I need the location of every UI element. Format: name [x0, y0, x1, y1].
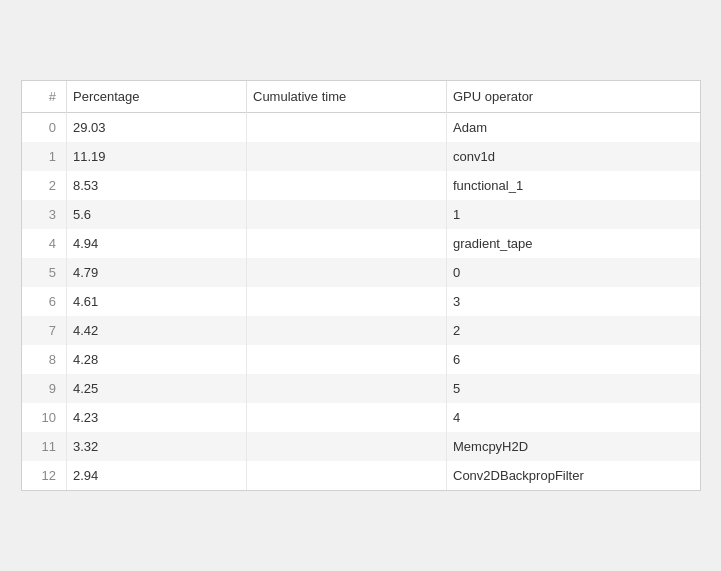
cell-num: 11 — [22, 432, 67, 461]
cell-num: 6 — [22, 287, 67, 316]
cell-cumulative — [247, 403, 447, 432]
cell-gpu: Conv2DBackpropFilter — [447, 461, 700, 490]
cell-num: 1 — [22, 142, 67, 171]
cell-gpu: conv1d — [447, 142, 700, 171]
table-row: 54.790 — [22, 258, 700, 287]
cell-cumulative — [247, 287, 447, 316]
cell-num: 8 — [22, 345, 67, 374]
cell-num: 10 — [22, 403, 67, 432]
data-table: # Percentage Cumulative time GPU operato… — [21, 80, 701, 491]
cell-cumulative — [247, 258, 447, 287]
cell-percentage: 4.25 — [67, 374, 247, 403]
cell-cumulative — [247, 316, 447, 345]
cell-gpu: functional_1 — [447, 171, 700, 200]
cell-gpu: 4 — [447, 403, 700, 432]
table-row: 122.94Conv2DBackpropFilter — [22, 461, 700, 490]
table-row: 74.422 — [22, 316, 700, 345]
col-header-percentage: Percentage — [67, 81, 247, 113]
cell-gpu: Adam — [447, 113, 700, 143]
cell-percentage: 4.42 — [67, 316, 247, 345]
table-row: 35.61 — [22, 200, 700, 229]
cell-percentage: 5.6 — [67, 200, 247, 229]
cell-percentage: 4.23 — [67, 403, 247, 432]
cell-cumulative — [247, 345, 447, 374]
performance-table: # Percentage Cumulative time GPU operato… — [22, 81, 700, 490]
cell-percentage: 4.28 — [67, 345, 247, 374]
cell-num: 0 — [22, 113, 67, 143]
table-row: 113.32MemcpyH2D — [22, 432, 700, 461]
cell-percentage: 4.79 — [67, 258, 247, 287]
cell-num: 3 — [22, 200, 67, 229]
cell-cumulative — [247, 374, 447, 403]
cell-gpu: MemcpyH2D — [447, 432, 700, 461]
col-header-num: # — [22, 81, 67, 113]
table-row: 64.613 — [22, 287, 700, 316]
cell-gpu: 0 — [447, 258, 700, 287]
cell-gpu: 2 — [447, 316, 700, 345]
col-header-cumulative: Cumulative time — [247, 81, 447, 113]
cell-cumulative — [247, 171, 447, 200]
table-row: 94.255 — [22, 374, 700, 403]
cell-num: 7 — [22, 316, 67, 345]
cell-percentage: 3.32 — [67, 432, 247, 461]
cell-percentage: 4.94 — [67, 229, 247, 258]
table-row: 111.19conv1d — [22, 142, 700, 171]
cell-cumulative — [247, 113, 447, 143]
cell-gpu: 1 — [447, 200, 700, 229]
cell-num: 5 — [22, 258, 67, 287]
cell-percentage: 4.61 — [67, 287, 247, 316]
cell-percentage: 8.53 — [67, 171, 247, 200]
cell-num: 2 — [22, 171, 67, 200]
cell-gpu: gradient_tape — [447, 229, 700, 258]
cell-gpu: 3 — [447, 287, 700, 316]
cell-cumulative — [247, 229, 447, 258]
table-body: 029.03Adam111.19conv1d28.53functional_13… — [22, 113, 700, 491]
table-scroll-area[interactable]: # Percentage Cumulative time GPU operato… — [22, 81, 700, 490]
cell-cumulative — [247, 200, 447, 229]
cell-cumulative — [247, 142, 447, 171]
cell-num: 9 — [22, 374, 67, 403]
table-header-row: # Percentage Cumulative time GPU operato… — [22, 81, 700, 113]
table-row: 029.03Adam — [22, 113, 700, 143]
col-header-gpu: GPU operator — [447, 81, 700, 113]
cell-num: 4 — [22, 229, 67, 258]
cell-gpu: 6 — [447, 345, 700, 374]
table-row: 44.94gradient_tape — [22, 229, 700, 258]
cell-percentage: 11.19 — [67, 142, 247, 171]
cell-percentage: 2.94 — [67, 461, 247, 490]
table-row: 28.53functional_1 — [22, 171, 700, 200]
cell-num: 12 — [22, 461, 67, 490]
cell-cumulative — [247, 432, 447, 461]
table-row: 84.286 — [22, 345, 700, 374]
cell-percentage: 29.03 — [67, 113, 247, 143]
cell-cumulative — [247, 461, 447, 490]
table-row: 104.234 — [22, 403, 700, 432]
cell-gpu: 5 — [447, 374, 700, 403]
